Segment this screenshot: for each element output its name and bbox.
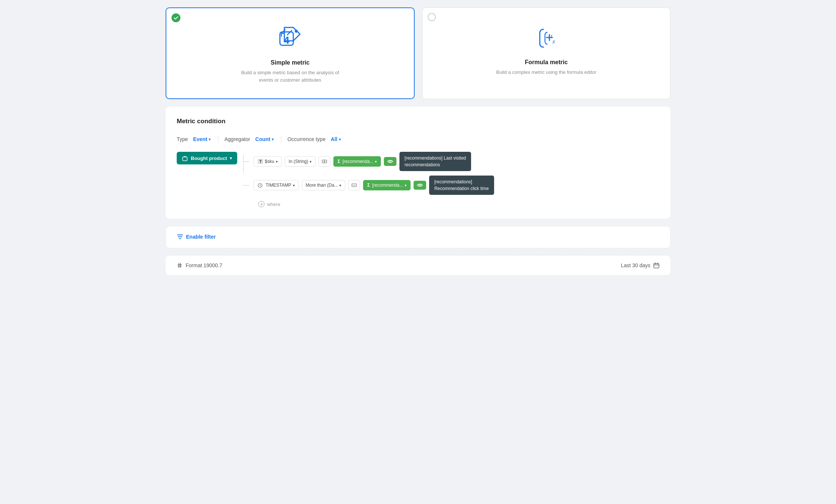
filter-label: Enable filter — [186, 234, 216, 240]
eye-btn-2[interactable] — [414, 181, 426, 190]
aggregator-value-1: [recommenda... — [342, 159, 373, 164]
svg-text:x: x — [552, 39, 555, 45]
formula-metric-desc: Build a complex metric using the formula… — [496, 69, 596, 76]
type-value: Event — [193, 136, 207, 142]
event-builder: Bought product ▾ T $sku ▾ — [177, 152, 659, 207]
tooltip-2: [recommendations] Recommendation click t… — [429, 176, 494, 195]
aggregator-btn-2[interactable]: Σ [recommenda... ▾ — [363, 180, 411, 190]
formula-metric-card[interactable]: x f Formula metric Build a complex metri… — [422, 7, 670, 99]
simple-metric-desc: Build a simple metric based on the analy… — [238, 69, 342, 84]
metric-type-section: 4 Simple metric Build a simple metric ba… — [166, 7, 670, 99]
tree-line-2 — [243, 179, 251, 192]
operator-value-2: More than (Da... — [306, 183, 338, 188]
operator-dropdown-1[interactable]: In (String) ▾ — [285, 156, 316, 167]
input-icon-1 — [322, 159, 327, 164]
simple-metric-card[interactable]: 4 Simple metric Build a simple metric ba… — [166, 7, 415, 99]
tooltip-text-1: [recommendations] Last visited recommend… — [405, 156, 466, 167]
agg-chevron-icon-1: ▾ — [375, 160, 377, 164]
condition-section: Metric condition Type Event ▾ Aggregator… — [166, 107, 670, 219]
input-icon-2 — [352, 183, 357, 188]
enable-filter-button[interactable]: Enable filter — [177, 234, 216, 240]
aggregator-chevron-icon: ▾ — [272, 137, 274, 141]
timestamp-field-dropdown[interactable]: TIMESTAMP ▾ — [254, 180, 298, 190]
condition-row-1: T $sku ▾ In (String) ▾ — [243, 152, 659, 171]
aggregator-value-2: [recommenda... — [372, 183, 403, 188]
last-days-section: Last 30 days — [621, 262, 659, 268]
format-label-text: Format 19000.7 — [186, 262, 222, 268]
event-button[interactable]: Bought product ▾ — [177, 152, 237, 164]
operator-dropdown-2[interactable]: More than (Da... ▾ — [302, 180, 346, 190]
operator-value-1: In (String) — [289, 159, 308, 164]
event-name: Bought product — [191, 156, 227, 161]
occurrence-value: All — [331, 136, 337, 142]
calendar-icon — [653, 262, 659, 268]
bottom-bar: Format 19000.7 Last 30 days — [166, 256, 670, 275]
shopping-bag-icon — [182, 155, 188, 161]
operator-chevron-icon-1: ▾ — [310, 160, 311, 164]
tree-line-1 — [243, 155, 251, 168]
simple-metric-title: Simple metric — [271, 59, 310, 66]
eye-btn-1[interactable] — [384, 157, 396, 166]
aggregator-label: Aggregator — [224, 136, 250, 142]
operator-chevron-icon-2: ▾ — [339, 183, 341, 187]
svg-point-7 — [389, 161, 391, 163]
sigma-icon-2: Σ — [367, 183, 370, 188]
format-section: Format 19000.7 — [177, 262, 222, 268]
filter-icon — [177, 234, 183, 239]
svg-point-1 — [295, 30, 298, 33]
filter-section: Enable filter — [166, 226, 670, 248]
sku-field-dropdown[interactable]: T $sku ▾ — [254, 156, 281, 167]
formula-metric-title: Formula metric — [525, 59, 568, 66]
svg-rect-5 — [183, 157, 187, 161]
hash-icon — [177, 262, 183, 268]
condition-controls-row: Type Event ▾ Aggregator Count ▾ Occurren… — [177, 135, 659, 143]
agg-chevron-icon-2: ▾ — [405, 183, 406, 187]
field-type-icon: T — [258, 159, 263, 164]
eye-icon-1 — [387, 159, 393, 164]
condition-title: Metric condition — [177, 118, 659, 125]
condition-row-2: TIMESTAMP ▾ More than (Da... ▾ — [243, 176, 659, 195]
where-label: where — [267, 202, 280, 207]
selected-checkmark — [172, 13, 180, 22]
type-dropdown[interactable]: Event ▾ — [192, 135, 212, 143]
plus-circle-icon: + — [258, 201, 265, 207]
separator-2 — [281, 135, 281, 143]
svg-rect-11 — [654, 264, 659, 268]
occurrence-label: Occurrence type — [287, 136, 326, 142]
occurrence-chevron-icon: ▾ — [339, 137, 341, 141]
svg-text:4: 4 — [284, 35, 290, 46]
where-button[interactable]: + where — [258, 201, 280, 207]
tooltip-text-2: [recommendations] Recommendation click t… — [434, 179, 489, 191]
input-icon-btn-1[interactable] — [319, 156, 330, 167]
sku-chevron-icon: ▾ — [276, 160, 278, 164]
separator-1 — [218, 135, 218, 143]
event-chevron-icon: ▾ — [230, 156, 232, 161]
type-label: Type — [177, 136, 188, 142]
sigma-icon-1: Σ — [337, 159, 340, 164]
type-chevron-icon: ▾ — [209, 137, 210, 141]
conditions-container: T $sku ▾ In (String) ▾ — [243, 152, 659, 207]
sku-field-name: $sku — [265, 159, 274, 164]
input-icon-btn-2[interactable] — [348, 180, 360, 190]
aggregator-btn-1[interactable]: Σ [recommenda... ▾ — [333, 156, 381, 167]
last-days-text: Last 30 days — [621, 262, 650, 268]
eye-icon-2 — [417, 183, 423, 187]
occurrence-dropdown[interactable]: All ▾ — [329, 135, 342, 143]
aggregator-dropdown[interactable]: Count ▾ — [254, 135, 275, 143]
simple-metric-icon: 4 — [275, 23, 305, 53]
timestamp-field-name: TIMESTAMP — [265, 183, 291, 188]
timestamp-chevron-icon: ▾ — [293, 183, 295, 187]
tooltip-1: [recommendations] Last visited recommend… — [399, 152, 471, 171]
formula-metric-icon: x f — [532, 23, 561, 52]
svg-point-10 — [419, 184, 421, 186]
aggregator-value: Count — [255, 136, 270, 142]
unselected-circle — [428, 13, 436, 21]
clock-icon — [258, 183, 262, 188]
